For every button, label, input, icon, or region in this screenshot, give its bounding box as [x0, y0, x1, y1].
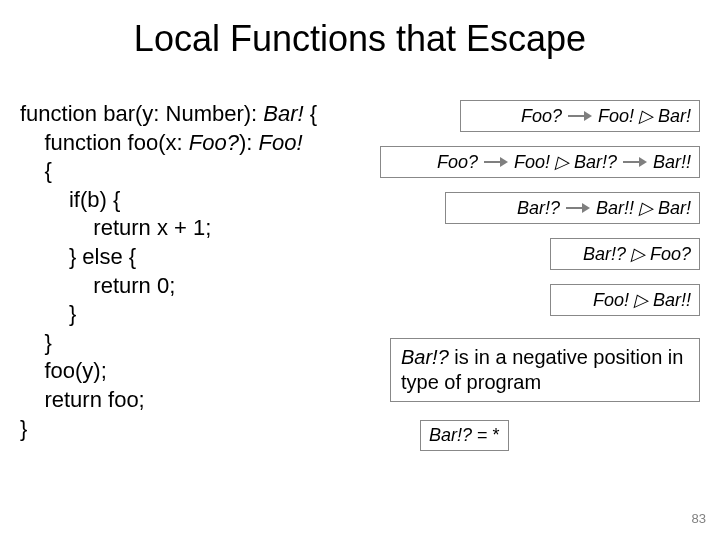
rule-single: Foo! ▷ Bar!! — [593, 289, 691, 311]
type-rule: Bar!? ▷ Foo? — [550, 238, 700, 270]
code-line: } — [20, 301, 76, 326]
note-term: Bar!? — [401, 346, 449, 368]
slide: Local Functions that Escape function bar… — [0, 0, 720, 540]
equation-box: Bar!? = * — [420, 420, 509, 451]
code-line: return 0; — [20, 273, 175, 298]
code-line: function foo(x: — [20, 130, 189, 155]
code-line: function bar(y: Number): — [20, 101, 263, 126]
note-box: Bar!? is in a negative position in type … — [390, 338, 700, 402]
equation-container: Bar!? = * — [420, 420, 700, 451]
code-line: } else { — [20, 244, 136, 269]
code-line: return foo; — [20, 387, 145, 412]
type-rule: Bar!? Bar!! ▷ Bar! — [445, 192, 700, 224]
code-line: { — [304, 101, 317, 126]
eq-lhs: Bar!? — [429, 425, 472, 445]
arrow-icon — [623, 157, 647, 167]
arrow-icon — [566, 203, 590, 213]
right-column: Foo? Foo! ▷ Bar! Foo? Foo! ▷ Bar!? Bar!!… — [400, 100, 700, 451]
rule-lhs: Foo? — [521, 106, 562, 127]
code-line: ): — [239, 130, 259, 155]
rule-rhs: Foo! ▷ Bar! — [598, 105, 691, 127]
type-rule: Foo? Foo! ▷ Bar!? Bar!! — [380, 146, 700, 178]
page-number: 83 — [692, 511, 706, 526]
arrow-icon — [484, 157, 508, 167]
eq-rhs: = * — [472, 425, 500, 445]
rule-single: Bar!? ▷ Foo? — [583, 243, 691, 265]
rule-rhs: Bar!! ▷ Bar! — [596, 197, 691, 219]
code-line: } — [20, 416, 27, 441]
type-rule: Foo? Foo! ▷ Bar! — [460, 100, 700, 132]
code-block: function bar(y: Number): Bar! { function… — [20, 100, 380, 443]
arrow-icon — [568, 111, 592, 121]
code-line: foo(y); — [20, 358, 107, 383]
rule-lhs: Foo? — [437, 152, 478, 173]
code-type: Bar! — [263, 101, 303, 126]
code-line: { — [20, 158, 52, 183]
code-line: if(b) { — [20, 187, 120, 212]
code-type: Foo? — [189, 130, 239, 155]
slide-title: Local Functions that Escape — [0, 18, 720, 60]
rule-rhs: Bar!! — [653, 152, 691, 173]
type-rule: Foo! ▷ Bar!! — [550, 284, 700, 316]
code-line: } — [20, 330, 52, 355]
rule-lhs: Bar!? — [517, 198, 560, 219]
rule-mid: Foo! ▷ Bar!? — [514, 151, 617, 173]
code-line: return x + 1; — [20, 215, 211, 240]
code-type: Foo! — [258, 130, 302, 155]
